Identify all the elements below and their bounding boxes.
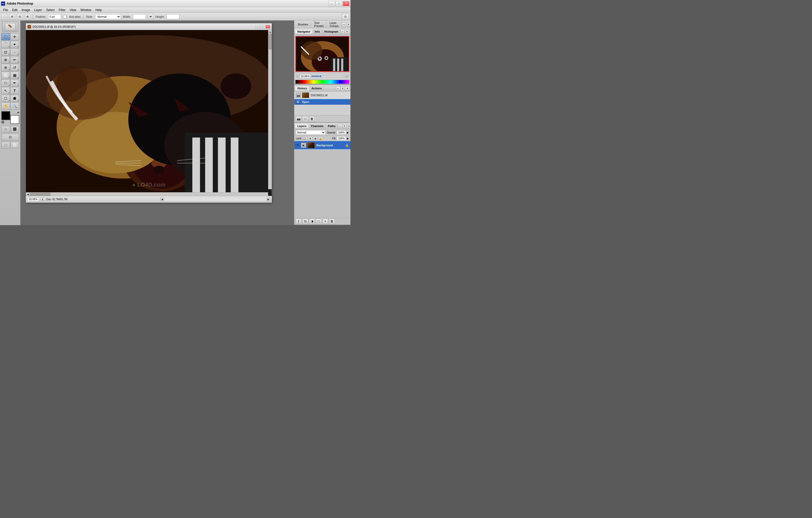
- menu-file[interactable]: File: [1, 8, 10, 12]
- foreground-color[interactable]: [1, 111, 10, 120]
- swap-dimensions-btn[interactable]: ⇄: [148, 14, 153, 20]
- layer-comps-tab[interactable]: Layer Comps: [327, 21, 342, 28]
- layers-menu[interactable]: ▾: [347, 124, 350, 128]
- shape-tool[interactable]: ⬡▾: [1, 95, 10, 102]
- standard-mode-btn[interactable]: □: [2, 126, 10, 132]
- nav-panel-menu[interactable]: ▾: [350, 30, 350, 33]
- brushes-tab[interactable]: Brushes: [295, 22, 311, 26]
- selection-sub-btn[interactable]: ⊟: [17, 14, 23, 20]
- brush-tool[interactable]: ✏▾: [10, 56, 19, 63]
- lock-move-btn[interactable]: ⊕: [313, 137, 317, 140]
- background-color[interactable]: [10, 115, 19, 124]
- menu-select[interactable]: Select: [44, 8, 56, 12]
- screen-mode-btn[interactable]: ⊡: [2, 134, 19, 140]
- zoom-in-icon[interactable]: +: [345, 75, 349, 78]
- zoom-slider-thumb[interactable]: [319, 75, 322, 78]
- default-colors[interactable]: ⊞: [1, 120, 4, 124]
- fill-arrow[interactable]: ▶: [347, 137, 349, 140]
- marquee-tool[interactable]: ⬚▾: [1, 33, 10, 40]
- channels-tab[interactable]: Channels: [309, 124, 326, 128]
- lock-position-btn[interactable]: ✛: [308, 137, 312, 140]
- selection-add-btn[interactable]: ⊞: [9, 14, 15, 20]
- style-select[interactable]: Normal Fixed Ratio Fixed Size: [95, 14, 121, 19]
- notes-tool[interactable]: ⬟▾: [10, 95, 19, 102]
- tool-presets-tab[interactable]: Tool Presets: [312, 21, 326, 28]
- menu-help[interactable]: Help: [93, 8, 104, 12]
- menu-image[interactable]: Image: [20, 8, 32, 12]
- height-input[interactable]: [167, 14, 179, 19]
- menu-layer[interactable]: Layer: [32, 8, 44, 12]
- eraser-tool[interactable]: ⬜▾: [1, 72, 10, 79]
- close-button[interactable]: ✕: [343, 1, 349, 6]
- feather-input[interactable]: [48, 14, 61, 19]
- nav-panel-collapse[interactable]: —: [341, 30, 345, 33]
- layer-group-btn[interactable]: □: [316, 219, 321, 224]
- fill-input[interactable]: [337, 136, 346, 140]
- zoom-out-icon[interactable]: −: [296, 75, 299, 78]
- opacity-arrow[interactable]: ▶: [347, 131, 349, 134]
- zoom-info-btn[interactable]: ℹ: [41, 198, 45, 201]
- eyedropper-tool[interactable]: 💉▾: [10, 49, 19, 56]
- new-layer-btn[interactable]: +: [322, 219, 328, 224]
- scroll-thumb-h[interactable]: [30, 193, 50, 196]
- menu-window[interactable]: Window: [78, 8, 93, 12]
- move-tool[interactable]: ✛: [10, 33, 19, 40]
- top-panel-close-btn[interactable]: ✕: [347, 23, 351, 26]
- info-tab[interactable]: Info: [313, 29, 322, 34]
- img-minimize-btn[interactable]: —: [255, 25, 260, 28]
- layers-tab[interactable]: Layers: [295, 124, 309, 128]
- extra-btn-2[interactable]: ⬜: [10, 142, 19, 148]
- img-maximize-btn[interactable]: □: [260, 25, 265, 28]
- zoom-percent-input[interactable]: 18.08%: [300, 74, 310, 78]
- top-panel-collapse-btn[interactable]: —: [342, 23, 346, 26]
- history-tab[interactable]: History: [295, 86, 310, 90]
- menu-view[interactable]: View: [67, 8, 78, 12]
- clone-tool[interactable]: ⊛▾: [1, 64, 10, 71]
- quickmask-mode-btn[interactable]: ⬛: [10, 126, 19, 132]
- width-input[interactable]: [133, 14, 146, 19]
- img-close-btn[interactable]: ✕: [265, 25, 270, 28]
- scroll-thumb-v[interactable]: [269, 34, 272, 49]
- text-tool[interactable]: T: [10, 87, 19, 94]
- status-scroll-right[interactable]: ▶: [266, 198, 270, 201]
- status-scroll-left[interactable]: ◀: [161, 198, 164, 201]
- lasso-tool[interactable]: ⌒▾: [1, 41, 10, 48]
- opacity-input[interactable]: [337, 130, 346, 135]
- layer-style-btn[interactable]: ƒ: [296, 219, 301, 224]
- zoom-tool[interactable]: 🔍: [10, 103, 19, 110]
- blend-mode-select[interactable]: Normal Dissolve Multiply Screen: [296, 130, 325, 135]
- zoom-slider-track[interactable]: [311, 76, 344, 77]
- magic-wand-tool[interactable]: ✦▾: [10, 41, 19, 48]
- refine-edge-btn[interactable]: ⊡: [342, 14, 349, 20]
- selection-mode-btn[interactable]: ⬚: [2, 14, 7, 20]
- history-brush-tool[interactable]: ↺▾: [10, 64, 19, 71]
- hist-collapse[interactable]: —: [336, 86, 340, 90]
- hist-close[interactable]: ✕: [341, 86, 345, 90]
- layers-collapse[interactable]: —: [338, 124, 342, 128]
- paths-tab[interactable]: Paths: [326, 124, 338, 128]
- delete-layer-btn[interactable]: 🗑: [329, 219, 335, 224]
- selection-intersect-btn[interactable]: ⊠: [25, 14, 30, 20]
- maximize-button[interactable]: □: [336, 1, 342, 6]
- actions-tab[interactable]: Actions: [310, 86, 324, 90]
- nav-panel-close[interactable]: ✕: [345, 30, 349, 33]
- layer-mask-btn[interactable]: ⊡: [302, 219, 308, 224]
- vertical-scrollbar[interactable]: ▲: [268, 30, 272, 189]
- antialias-checkbox[interactable]: [63, 15, 66, 18]
- history-item-open[interactable]: ▶ Open: [294, 99, 350, 105]
- menu-edit[interactable]: Edit: [10, 8, 20, 12]
- layers-close[interactable]: ✕: [343, 124, 347, 128]
- horizontal-scrollbar[interactable]: ◀: [26, 192, 268, 196]
- delete-state-btn[interactable]: 🗑: [309, 116, 315, 121]
- histogram-tab[interactable]: Histogram: [322, 29, 341, 34]
- navigator-tab[interactable]: Navigator: [295, 29, 313, 34]
- pen-tool[interactable]: ✒▾: [10, 79, 19, 86]
- hand-tool[interactable]: ✋: [1, 103, 10, 110]
- switch-colors[interactable]: ⇄: [17, 111, 19, 114]
- create-new-doc-btn[interactable]: □: [302, 116, 308, 121]
- background-layer[interactable]: 👁 ▶ Background 🔒: [294, 141, 350, 149]
- gradient-tool[interactable]: ▦▾: [10, 72, 19, 79]
- hist-menu[interactable]: ▾: [345, 86, 349, 90]
- adjustment-layer-btn[interactable]: ◑: [309, 219, 315, 224]
- layer-visibility-toggle[interactable]: 👁: [296, 143, 300, 147]
